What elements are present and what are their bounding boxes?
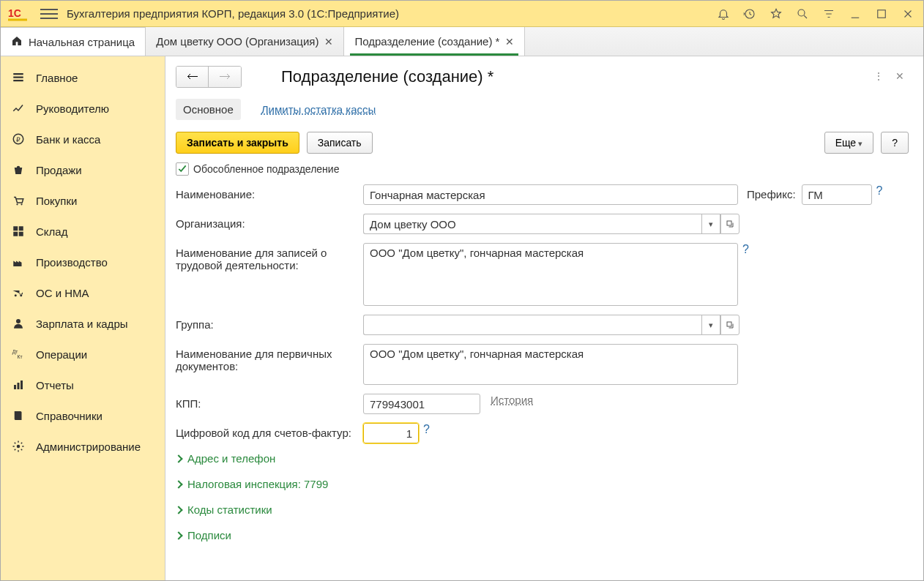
label-doc-name: Наименование для первичных документов:	[176, 344, 363, 372]
close-icon[interactable]: ✕	[505, 36, 514, 48]
star-icon[interactable]	[768, 6, 784, 22]
hamburger-icon[interactable]	[40, 5, 58, 23]
nav-reports[interactable]: Отчеты	[1, 370, 165, 400]
boxes-icon	[11, 224, 26, 239]
subtab-limits[interactable]: Лимиты остатка кассы	[254, 99, 384, 120]
factory-icon	[11, 255, 26, 269]
subtab-main[interactable]: Основное	[176, 99, 241, 120]
svg-text:Кт: Кт	[18, 354, 23, 359]
bag-icon	[11, 162, 26, 177]
svg-rect-4	[878, 10, 886, 18]
window-title: Бухгалтерия предприятия КОРП, редакция 3…	[67, 7, 715, 20]
nav-assets[interactable]: ОС и НМА	[1, 277, 165, 308]
bell-icon[interactable]	[715, 6, 731, 22]
form: Обособленное подразделение Наименование:…	[176, 162, 909, 541]
person-icon	[11, 316, 26, 331]
close-window-icon[interactable]	[900, 6, 916, 22]
svg-text:₽: ₽	[16, 136, 21, 143]
chevron-right-icon	[174, 480, 182, 488]
svg-rect-22	[18, 383, 20, 389]
svg-rect-5	[13, 73, 23, 75]
tab-home[interactable]: Начальная страница	[1, 27, 146, 56]
nav-main[interactable]: Главное	[1, 62, 165, 93]
nav-admin[interactable]: Администрирование	[1, 431, 165, 462]
org-field[interactable]	[363, 214, 701, 234]
kebab-icon[interactable]: ⋮	[873, 70, 887, 83]
label-group: Группа:	[176, 315, 363, 331]
search-icon[interactable]	[794, 6, 811, 22]
nav-warehouse[interactable]: Склад	[1, 216, 165, 247]
svg-point-11	[21, 203, 22, 205]
label-org: Организация:	[176, 214, 363, 230]
separate-subdiv-checkbox[interactable]	[176, 162, 189, 176]
nav-production[interactable]: Производство	[1, 247, 165, 277]
expand-signatures[interactable]: Подписи	[176, 529, 909, 541]
prefix-field[interactable]	[802, 184, 872, 205]
open-icon[interactable]	[720, 214, 739, 234]
close-page-icon[interactable]: ✕	[895, 70, 909, 83]
prefix-help-icon[interactable]: ?	[872, 184, 887, 198]
close-icon[interactable]: ✕	[324, 36, 333, 48]
labor-name-field[interactable]	[363, 243, 738, 306]
group-field[interactable]	[363, 315, 701, 335]
label-digit-code: Цифровой код для счетов-фактур:	[176, 423, 363, 439]
history-icon[interactable]	[742, 6, 758, 22]
name-field[interactable]	[363, 184, 738, 205]
digit-help-icon[interactable]: ?	[419, 423, 434, 436]
help-button[interactable]: ?	[881, 132, 909, 154]
main-content: 🡐 🡒 Подразделение (создание) * ⋮ ✕ Основ…	[165, 56, 923, 581]
dropdown-icon[interactable]: ▾	[701, 315, 720, 335]
labor-help-icon[interactable]: ?	[738, 243, 753, 256]
filter-icon[interactable]	[821, 6, 837, 22]
svg-rect-26	[727, 322, 731, 326]
chevron-right-icon	[174, 531, 182, 539]
history-link[interactable]: История	[491, 394, 533, 406]
tab-subdivision-label: Подразделение (создание) *	[354, 35, 499, 48]
open-icon[interactable]	[720, 315, 739, 335]
expand-address[interactable]: Адрес и телефон	[176, 452, 909, 465]
label-kpp: КПП:	[176, 394, 363, 410]
sidebar: Главное Руководителю ₽Банк и касса Прода…	[1, 56, 165, 581]
svg-point-3	[798, 10, 805, 16]
tab-home-label: Начальная страница	[29, 36, 135, 48]
nav-manager[interactable]: Руководителю	[1, 93, 165, 124]
svg-rect-13	[19, 226, 23, 230]
nav-hr[interactable]: Зарплата и кадры	[1, 308, 165, 339]
more-button[interactable]: Еще	[824, 132, 874, 154]
nav-catalogs[interactable]: Справочники	[1, 400, 165, 431]
label-labor-name: Наименование для записей о трудовой деят…	[176, 243, 363, 271]
tab-subdivision[interactable]: Подразделение (создание) * ✕	[344, 27, 525, 56]
save-close-button[interactable]: Записать и закрыть	[176, 132, 299, 154]
kpp-field[interactable]	[363, 394, 480, 414]
dropdown-icon[interactable]: ▾	[701, 214, 720, 234]
page-title: Подразделение (создание) *	[281, 67, 493, 86]
forward-button[interactable]: 🡒	[209, 67, 241, 87]
expand-stats[interactable]: Коды статистики	[176, 503, 909, 516]
trend-icon	[11, 101, 26, 116]
subtabs: Основное Лимиты остатка кассы	[176, 97, 909, 121]
label-prefix: Префикс:	[747, 184, 802, 200]
tab-org[interactable]: Дом цветку ООО (Организация) ✕	[146, 27, 344, 56]
chart-icon	[11, 378, 26, 392]
maximize-icon[interactable]	[873, 6, 890, 22]
svg-text:1С: 1С	[8, 7, 21, 19]
svg-rect-6	[13, 77, 23, 78]
svg-rect-12	[13, 226, 18, 230]
back-button[interactable]: 🡐	[176, 67, 209, 87]
doc-name-field[interactable]	[363, 344, 738, 385]
expand-tax[interactable]: Налоговая инспекция: 7799	[176, 478, 909, 490]
nav-purchases[interactable]: Покупки	[1, 185, 165, 216]
digit-code-field[interactable]	[363, 423, 419, 443]
svg-point-16	[15, 294, 17, 296]
minimize-icon[interactable]	[847, 6, 863, 22]
label-name: Наименование:	[176, 184, 363, 200]
book-icon	[11, 408, 26, 423]
titlebar: 1С Бухгалтерия предприятия КОРП, редакци…	[1, 1, 923, 27]
nav-operations[interactable]: ДтКтОперации	[1, 339, 165, 370]
nav-bank[interactable]: ₽Банк и касса	[1, 124, 165, 154]
system-icons	[715, 6, 916, 22]
nav-sales[interactable]: Продажи	[1, 154, 165, 185]
tabbar: Начальная страница Дом цветку ООО (Орган…	[1, 27, 923, 56]
svg-rect-23	[21, 381, 23, 389]
save-button[interactable]: Записать	[307, 132, 373, 154]
